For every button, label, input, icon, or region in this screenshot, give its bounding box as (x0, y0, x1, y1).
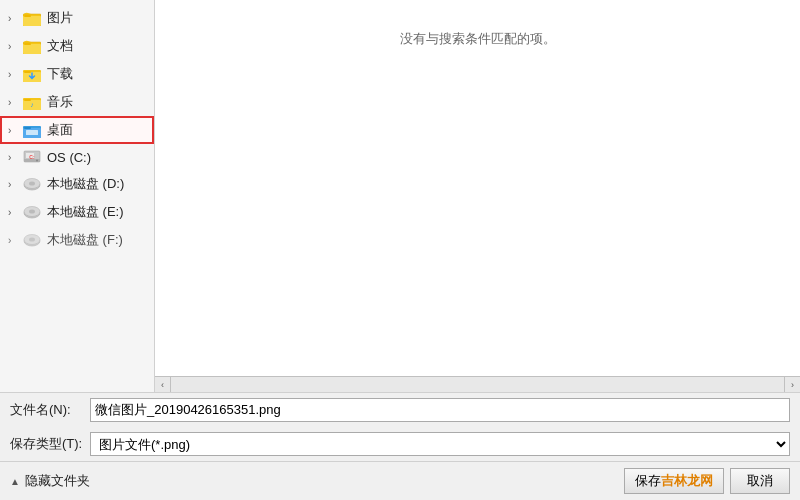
main-area: › 图片 › 文档 › (0, 0, 800, 392)
drive-d-icon (22, 176, 42, 192)
filename-input[interactable] (90, 398, 790, 422)
chevron-icon: › (8, 13, 22, 24)
folder-music-icon: ♪ (22, 94, 42, 110)
folder-downloads-icon (22, 66, 42, 82)
drive-e-icon (22, 204, 42, 220)
drive-c-icon: C: (22, 149, 42, 165)
svg-rect-18 (26, 130, 38, 135)
folder-icon (22, 38, 42, 54)
footer: ▲ 隐藏文件夹 保存吉林龙网 取消 (0, 461, 800, 500)
bottom-form: 文件名(N): 保存类型(T): 图片文件(*.png) (0, 392, 800, 461)
sidebar-item-local-d[interactable]: › 本地磁盘 (D:) (0, 170, 154, 198)
content-wrapper: 没有与搜索条件匹配的项。 ‹ › (155, 0, 800, 392)
svg-point-29 (29, 209, 35, 213)
sidebar-item-local-d-label: 本地磁盘 (D:) (47, 175, 124, 193)
footer-buttons: 保存吉林龙网 取消 (624, 468, 790, 494)
sidebar-item-os-c[interactable]: › C: OS (C:) (0, 144, 154, 170)
hidden-folder-label: 隐藏文件夹 (25, 472, 90, 490)
sidebar-item-music[interactable]: › ♪ 音乐 (0, 88, 154, 116)
svg-point-26 (29, 181, 35, 185)
empty-message: 没有与搜索条件匹配的项。 (400, 30, 556, 48)
svg-rect-6 (23, 44, 41, 54)
filetype-label: 保存类型(T): (10, 435, 90, 453)
sidebar-item-desktop-label: 桌面 (47, 121, 73, 139)
svg-rect-3 (24, 15, 31, 17)
drive-f-icon (22, 232, 42, 248)
svg-rect-10 (24, 71, 31, 73)
save-suffix: 吉林龙网 (661, 472, 713, 490)
save-button[interactable]: 保存吉林龙网 (624, 468, 724, 494)
sidebar-item-desktop[interactable]: › 桌面 (0, 116, 154, 144)
chevron-icon: › (8, 152, 22, 163)
sidebar-item-os-c-label: OS (C:) (47, 150, 91, 165)
svg-text:♪: ♪ (30, 101, 34, 108)
svg-rect-17 (24, 127, 31, 129)
hidden-folder-toggle[interactable]: ▲ 隐藏文件夹 (10, 472, 90, 490)
sidebar-item-local-f-label: 木地磁盘 (F:) (47, 231, 123, 249)
chevron-icon: › (8, 207, 22, 218)
sidebar-item-pictures[interactable]: › 图片 (0, 4, 154, 32)
save-label: 保存 (635, 472, 661, 490)
sidebar-item-local-e-label: 本地磁盘 (E:) (47, 203, 124, 221)
save-dialog: › 图片 › 文档 › (0, 0, 800, 500)
filename-row: 文件名(N): (0, 393, 800, 427)
chevron-icon: › (8, 235, 22, 246)
sidebar-item-documents[interactable]: › 文档 (0, 32, 154, 60)
chevron-icon: › (8, 41, 22, 52)
svg-point-21 (36, 159, 38, 161)
sidebar-item-downloads[interactable]: › 下载 (0, 60, 154, 88)
toggle-arrow-icon: ▲ (10, 476, 20, 487)
svg-text:C:: C: (29, 154, 35, 160)
content-area: 没有与搜索条件匹配的项。 (155, 0, 800, 376)
folder-desktop-icon (22, 122, 42, 138)
horizontal-scrollbar[interactable]: ‹ › (155, 376, 800, 392)
sidebar-item-documents-label: 文档 (47, 37, 73, 55)
svg-point-32 (29, 237, 35, 241)
sidebar-item-downloads-label: 下载 (47, 65, 73, 83)
cancel-button[interactable]: 取消 (730, 468, 790, 494)
sidebar-item-local-f[interactable]: › 木地磁盘 (F:) (0, 226, 154, 254)
svg-rect-2 (23, 16, 41, 26)
sidebar-item-local-e[interactable]: › 本地磁盘 (E:) (0, 198, 154, 226)
scrollbar-track[interactable] (171, 377, 784, 392)
scroll-left-arrow[interactable]: ‹ (155, 377, 171, 393)
chevron-icon: › (8, 97, 22, 108)
chevron-icon: › (8, 179, 22, 190)
chevron-icon: › (8, 69, 22, 80)
sidebar-item-music-label: 音乐 (47, 93, 73, 111)
filetype-row: 保存类型(T): 图片文件(*.png) (0, 427, 800, 461)
filename-label: 文件名(N): (10, 401, 90, 419)
folder-icon (22, 10, 42, 26)
filetype-select[interactable]: 图片文件(*.png) (90, 432, 790, 456)
chevron-icon: › (8, 125, 22, 136)
sidebar: › 图片 › 文档 › (0, 0, 155, 392)
svg-rect-7 (24, 43, 31, 45)
scroll-right-arrow[interactable]: › (784, 377, 800, 393)
sidebar-item-pictures-label: 图片 (47, 9, 73, 27)
